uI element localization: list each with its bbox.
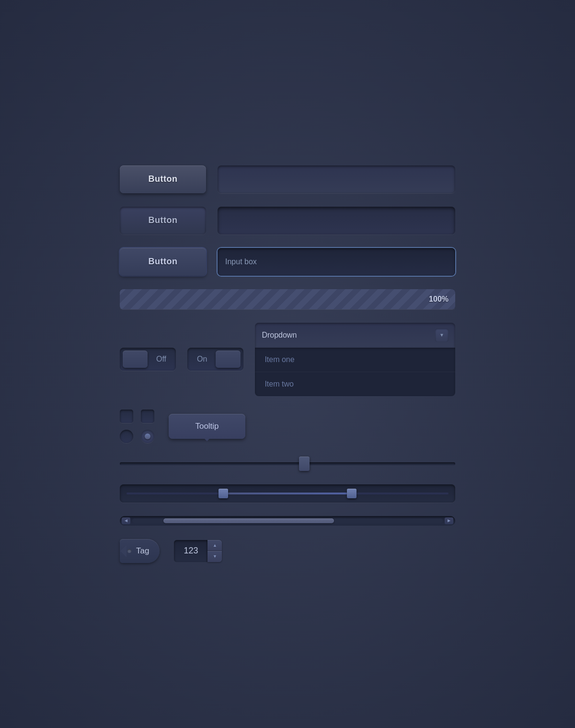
tag-label: Tag (136, 546, 149, 556)
button-input-row-2: Button (120, 207, 455, 235)
spinner-input[interactable] (174, 540, 207, 562)
radio-row (120, 430, 154, 443)
tag: Tag (120, 539, 160, 563)
tooltip-button[interactable]: Tooltip (169, 414, 245, 439)
checkbox-radio-group (120, 410, 154, 443)
scrollbar-thumb[interactable] (163, 518, 334, 523)
button-input-row-3: Button (120, 248, 455, 276)
button-1[interactable]: Button (120, 165, 206, 193)
toggle-on-thumb (216, 351, 241, 368)
spinner-buttons: ▲ ▼ (207, 540, 222, 562)
bottom-row: Tag ▲ ▼ (120, 539, 455, 563)
input-field-2[interactable] (218, 207, 455, 235)
spinner-up-button[interactable]: ▲ (207, 540, 222, 551)
range-track (126, 493, 448, 494)
dropdown-item-2[interactable]: Item two (255, 372, 455, 396)
slider-track (120, 462, 455, 465)
range-fill (223, 493, 352, 494)
progress-fill: 100% (120, 289, 455, 309)
toggles-dropdown-row: Off On Dropdown Item one Item two (120, 323, 455, 396)
input-field-3[interactable] (218, 248, 455, 276)
dropdown-header[interactable]: Dropdown (255, 323, 455, 348)
toggle-off-thumb (123, 351, 148, 368)
toggle-on-label: On (190, 352, 214, 366)
spinner-down-button[interactable]: ▼ (207, 551, 222, 562)
tag-dot (127, 549, 131, 553)
toggle-on[interactable]: On (187, 348, 243, 371)
scrollbar-right-arrow[interactable]: ▶ (445, 517, 453, 524)
slider-range (120, 484, 455, 503)
dropdown-arrow-icon (435, 329, 448, 342)
checkbox-2[interactable] (141, 410, 154, 423)
input-field-1[interactable] (218, 165, 455, 193)
dropdown-menu: Item one Item two (255, 348, 455, 396)
scrollbar-track[interactable] (132, 518, 443, 523)
radio-1[interactable] (120, 430, 133, 443)
checkbox-row (120, 410, 154, 423)
button-3[interactable]: Button (120, 248, 206, 276)
checkbox-1[interactable] (120, 410, 133, 423)
toggle-off[interactable]: Off (120, 348, 176, 371)
progress-bar: 100% (120, 289, 455, 309)
button-2[interactable]: Button (120, 207, 206, 235)
range-thumb-right[interactable] (347, 489, 356, 498)
dropdown-item-1[interactable]: Item one (255, 348, 455, 372)
spinner: ▲ ▼ (174, 540, 222, 562)
progress-label: 100% (429, 295, 448, 304)
scrollbar: ◀ ▶ (120, 516, 455, 526)
range-thumb-left[interactable] (218, 489, 228, 498)
radio-2-selected[interactable] (141, 430, 154, 443)
dropdown-label: Dropdown (262, 331, 297, 340)
slider-single (120, 457, 455, 471)
button-input-row-1: Button (120, 165, 455, 193)
toggle-off-label: Off (150, 352, 173, 366)
scrollbar-left-arrow[interactable]: ◀ (122, 517, 130, 524)
controls-row: Tooltip (120, 410, 455, 443)
slider-thumb[interactable] (299, 457, 310, 471)
radio-dot (145, 434, 150, 439)
dropdown-container: Dropdown Item one Item two (255, 323, 455, 396)
